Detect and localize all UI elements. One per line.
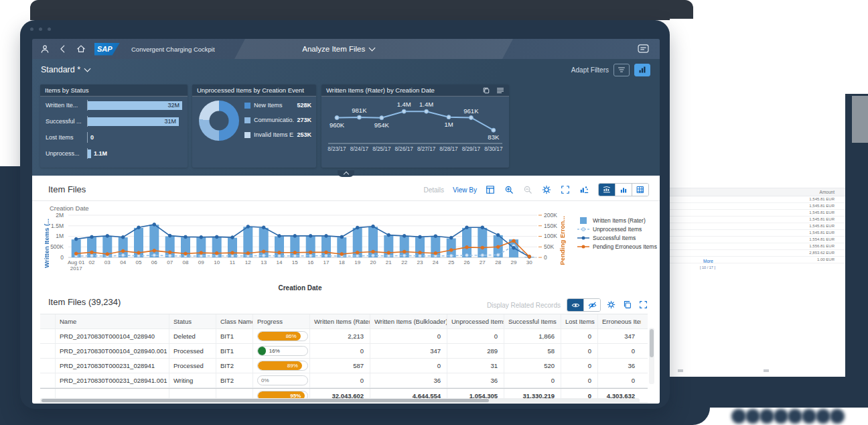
svg-text:Aug 01: Aug 01: [68, 259, 85, 265]
variant-selector[interactable]: Standard *: [32, 65, 90, 74]
mini-bars-icon: [638, 66, 646, 74]
table-view-icon[interactable]: [496, 86, 504, 95]
status-cell: Processed: [169, 344, 216, 358]
scrollbar-thumb[interactable]: [42, 399, 489, 402]
back-icon[interactable]: [58, 44, 68, 54]
table-row[interactable]: PRD_20170830T000104_028940DeletedBIT186%…: [40, 329, 648, 344]
svg-text:29: 29: [511, 259, 517, 265]
status-bar-row[interactable]: Lost Items0: [46, 130, 182, 145]
trellis-icon[interactable]: [579, 185, 589, 195]
filter-view-toggle[interactable]: [613, 64, 630, 76]
chart-legend-row[interactable]: Pending Erroneous Items: [577, 242, 659, 251]
kpi-items-by-status[interactable]: Items by Status Written Ite...32MSuccess…: [40, 84, 188, 168]
collapse-header-tab[interactable]: [338, 170, 354, 177]
legend-label: Invalid Items E...: [254, 131, 294, 138]
bar-chart-icon[interactable]: [615, 184, 632, 196]
column-header[interactable]: Written Items (Rater): [309, 314, 370, 328]
progress-cell: 0%: [252, 373, 309, 387]
legend-value: 273K: [294, 117, 311, 123]
adapt-filters-link[interactable]: Adapt Filters: [571, 66, 609, 74]
svg-text:8/28/17: 8/28/17: [439, 146, 458, 152]
svg-text:14: 14: [277, 259, 283, 265]
legend-swatch: [244, 117, 250, 123]
home-icon[interactable]: [76, 44, 86, 54]
horizontal-scrollbar[interactable]: [40, 398, 640, 403]
status-bar-row[interactable]: Unprocess...1.1M: [46, 146, 182, 161]
svg-text:25: 25: [448, 259, 454, 265]
table-row[interactable]: PRD_20170830T000231_028941ProcessedBIT28…: [40, 359, 648, 373]
item-files-combo-chart[interactable]: 2M200K1.5M150K1M100K500K50K00Aug 0120170…: [46, 210, 581, 278]
svg-text:8/30/17: 8/30/17: [484, 146, 503, 152]
chart-view-toggle[interactable]: [634, 64, 650, 76]
svg-text:981K: 981K: [352, 107, 367, 114]
column-header[interactable]: Lost Items: [561, 314, 597, 328]
zoom-out-icon[interactable]: [523, 185, 533, 195]
gear-icon[interactable]: [542, 185, 552, 195]
view-by-button[interactable]: View By: [453, 186, 477, 194]
chart-legend-row[interactable]: Written Items (Rater): [577, 216, 659, 225]
kpi-written-by-date[interactable]: Written Items (Rater) by Creation Date 9…: [321, 84, 509, 168]
column-header[interactable]: Name: [55, 314, 169, 328]
table-cell: 289: [447, 344, 504, 358]
column-header[interactable]: Successful Items: [504, 314, 561, 328]
table-cell: [40, 314, 55, 328]
svg-text:150K: 150K: [544, 223, 557, 229]
x-axis-title: Creation Date: [32, 284, 568, 292]
chart-legend-row[interactable]: Unprocessed Items: [577, 225, 659, 233]
chart-section-title: Item Files: [48, 184, 86, 194]
svg-text:22: 22: [401, 259, 407, 265]
table-row[interactable]: PRD_20170830T000231_028941.001WritingBIT…: [40, 373, 648, 388]
status-bar-row[interactable]: Successful ...31M: [46, 114, 182, 129]
column-header[interactable]: Written Items (Bulkloader): [370, 314, 447, 328]
table-cell: 0: [309, 344, 370, 358]
scrollbar-thumb[interactable]: [650, 329, 654, 357]
eye-off-icon[interactable]: [583, 299, 600, 311]
table-cell: 0: [561, 344, 597, 358]
legend-icon[interactable]: [486, 185, 496, 195]
background-amount-row: 1,545.81 EUR: [670, 196, 865, 203]
svg-text:21: 21: [386, 259, 392, 265]
zoom-in-icon[interactable]: [504, 185, 514, 195]
expand-icon[interactable]: [561, 185, 571, 195]
table-row[interactable]: PRD_20170830T000104_028940.001ProcessedB…: [40, 344, 648, 359]
eye-icon[interactable]: [567, 299, 583, 311]
kpi-unprocessed-by-event[interactable]: Unprocessed Items by Creation Event New …: [192, 84, 316, 168]
column-header[interactable]: Status: [169, 314, 216, 328]
chart-legend-row[interactable]: Successful Items: [577, 233, 659, 242]
column-header[interactable]: Unprocessed Items: [447, 314, 504, 328]
column-header[interactable]: Progress: [252, 314, 309, 328]
chevron-up-icon: [343, 172, 348, 177]
expand-icon[interactable]: [639, 300, 649, 310]
details-button[interactable]: Details: [423, 186, 444, 194]
vertical-scrollbar[interactable]: [649, 328, 654, 384]
donut-legend-row[interactable]: Communicatio...273K: [244, 113, 311, 127]
display-related-records-button[interactable]: Display Related Records: [487, 302, 561, 309]
background-amount-table: Amount 1,545.81 EUR1,545.81 EUR1,545.81 …: [670, 188, 865, 263]
column-header[interactable]: Class Name: [216, 314, 252, 328]
svg-text:100K: 100K: [544, 233, 557, 239]
background-window-top-bezel: [30, 0, 693, 20]
legend-label: New Items: [254, 102, 283, 109]
page-title-menu[interactable]: Analyze Item Files: [302, 39, 374, 59]
more-link[interactable]: More: [703, 259, 713, 263]
svg-text:1.4M: 1.4M: [397, 101, 411, 108]
svg-text:04: 04: [120, 259, 126, 265]
person-icon[interactable]: [40, 44, 50, 54]
legend-label: Successful Items: [593, 235, 636, 241]
duplicate-icon[interactable]: [482, 86, 490, 95]
file-name-cell: PRD_20170830T000231_028941.001: [55, 373, 169, 387]
grid-icon[interactable]: [632, 184, 648, 196]
status-bar-row[interactable]: Written Ite...32M: [46, 98, 182, 113]
donut-legend-row[interactable]: New Items528K: [244, 98, 311, 113]
table-cell: 0: [561, 373, 597, 387]
copilot-icon[interactable]: [638, 44, 649, 53]
copy-icon[interactable]: [623, 300, 633, 310]
donut-legend-row[interactable]: Invalid Items E...253K: [244, 127, 311, 142]
column-header[interactable]: Erroneous Items: [597, 314, 641, 328]
combo-chart-icon[interactable]: [599, 184, 615, 196]
gear-icon[interactable]: [607, 300, 617, 310]
svg-text:06: 06: [151, 259, 157, 265]
svg-text:02: 02: [89, 259, 95, 265]
svg-text:26: 26: [464, 259, 470, 265]
status-bar-value: 1.1M: [94, 150, 107, 157]
